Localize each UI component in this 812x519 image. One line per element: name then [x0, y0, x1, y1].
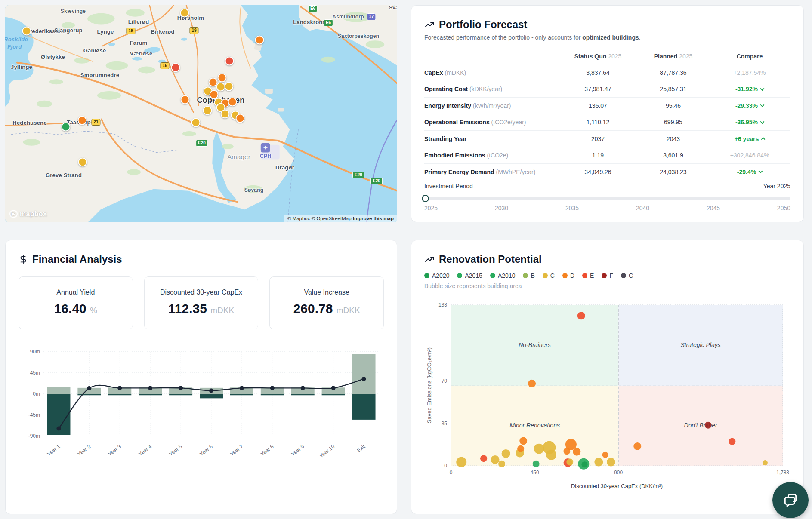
building-marker[interactable] — [203, 106, 212, 115]
legend-item-e[interactable]: E — [582, 272, 594, 279]
forecast-row[interactable]: Embodied Emissions (tCO2e)1.193,601.9+30… — [424, 147, 790, 164]
building-marker[interactable] — [78, 158, 87, 167]
building-marker[interactable] — [218, 74, 227, 83]
forecast-row[interactable]: Operating Cost (kDKK/year)37,981.4725,85… — [424, 81, 790, 98]
legend-dot-icon — [562, 273, 568, 278]
cashflow-bar-chart[interactable]: 90m45m0m-45m-90mYear 1Year 2Year 3Year 4… — [19, 346, 385, 470]
svg-text:-45m: -45m — [28, 412, 40, 418]
svg-text:Minor Renovations: Minor Renovations — [509, 422, 560, 429]
stat-card: Annual Yield16.40 % — [19, 276, 133, 329]
building-marker[interactable] — [255, 36, 264, 45]
svg-text:70: 70 — [442, 378, 448, 384]
trending-up-icon — [424, 19, 435, 30]
road-badge: E20 — [370, 178, 383, 184]
svg-text:-90m: -90m — [28, 433, 40, 439]
stat-card: Value Increase260.78 mDKK — [269, 276, 384, 329]
building-marker[interactable] — [221, 110, 230, 119]
map-panel[interactable]: SkævingeFrederikssundSlangerupLyngeLille… — [5, 5, 397, 222]
legend-item-b[interactable]: B — [523, 272, 534, 279]
legend-item-a2015[interactable]: A2015 — [457, 272, 482, 279]
portfolio-forecast-title: Portfolio Forecast — [424, 18, 790, 31]
slider-handle[interactable] — [422, 195, 429, 202]
building-marker[interactable] — [225, 57, 234, 66]
road-badge: E6 — [308, 5, 318, 12]
mapbox-logo[interactable]: ▶ mapbox — [9, 210, 47, 218]
mapbox-logo-icon: ▶ — [9, 210, 18, 218]
attrib-mapbox[interactable]: © Mapbox — [287, 216, 310, 221]
forecast-row[interactable]: Primary Energy Demand (MWhPE/year)34,049… — [424, 163, 790, 180]
svg-text:Discounted 30-year CapEx (DKK/: Discounted 30-year CapEx (DKK/m²) — [571, 483, 663, 489]
building-marker[interactable] — [171, 63, 180, 72]
forecast-row[interactable]: Stranding Year 20372043+6 years — [424, 130, 790, 147]
dollar-sign-icon — [19, 254, 28, 264]
svg-text:Saved Emissions (kgCO₂e/m²): Saved Emissions (kgCO₂e/m²) — [426, 347, 432, 423]
legend-item-a2020[interactable]: A2020 — [424, 272, 449, 279]
svg-text:0: 0 — [450, 470, 453, 476]
legend-dot-icon — [523, 273, 528, 278]
svg-text:Year 10: Year 10 — [318, 443, 336, 459]
chevron-down-icon — [760, 103, 765, 107]
legend-item-g[interactable]: G — [621, 272, 633, 279]
svg-text:35: 35 — [442, 421, 448, 427]
building-marker[interactable] — [22, 27, 31, 36]
legend-dot-icon — [582, 273, 587, 278]
forecast-row[interactable]: Operational Emissions (tCO2e/year)1,110.… — [424, 114, 790, 131]
building-marker[interactable] — [78, 116, 87, 125]
legend-dot-icon — [457, 273, 462, 278]
building-marker[interactable] — [216, 83, 225, 92]
slider-tick-label: 2050 — [777, 205, 790, 212]
legend-dot-icon — [490, 273, 495, 278]
slider-track[interactable] — [424, 197, 790, 200]
forecast-row[interactable]: Energy Intensity (kWh/m²/year)135.0795.4… — [424, 97, 790, 114]
financial-analysis-card: Financial Analysis Annual Yield16.40 %Di… — [5, 240, 397, 514]
svg-text:Year 2: Year 2 — [77, 443, 92, 457]
renovation-scatter-chart[interactable]: No-BrainersStrategic PlaysMinor Renovati… — [424, 294, 790, 496]
map-base-tiles — [5, 5, 397, 222]
slider-tick-label: 2045 — [707, 205, 720, 212]
slider-tick-label: 2030 — [495, 205, 508, 212]
chevron-down-icon — [760, 86, 765, 91]
building-marker[interactable] — [62, 123, 71, 132]
renovation-potential-title: Renovation Potential — [424, 253, 790, 265]
slider-tick-label: 2035 — [565, 205, 579, 212]
forecast-table-header: Status Quo 2025 Planned 2025 Compare — [424, 50, 790, 64]
chat-button[interactable] — [772, 482, 809, 518]
svg-text:Year 3: Year 3 — [107, 443, 122, 457]
building-marker[interactable] — [228, 98, 237, 107]
chevron-down-icon — [760, 120, 765, 124]
svg-text:No-Brainers: No-Brainers — [519, 341, 551, 348]
building-marker[interactable] — [191, 118, 201, 127]
improve-map-link[interactable]: Improve this map — [353, 216, 394, 221]
map-attribution[interactable]: © Mapbox © OpenStreetMap Improve this ma… — [284, 215, 397, 222]
forecast-row[interactable]: CapEx (mDKK)3,837.6487,787.36+2,187.54% — [424, 64, 790, 81]
building-marker[interactable] — [236, 114, 245, 123]
slider-ticks: 202520302035204020452050 — [424, 205, 790, 212]
forecast-table: Status Quo 2025 Planned 2025 Compare Cap… — [424, 50, 790, 180]
portfolio-subtitle: Forecasted performance of the portfolio … — [424, 34, 790, 41]
col-compare: Compare — [709, 53, 790, 60]
slider-value: Year 2025 — [763, 183, 790, 190]
building-marker[interactable] — [180, 9, 189, 18]
svg-text:Exit: Exit — [356, 443, 367, 454]
road-badge: 19 — [189, 27, 198, 34]
legend-item-a2010[interactable]: A2010 — [490, 272, 515, 279]
svg-text:90m: 90m — [30, 349, 40, 355]
legend-item-f[interactable]: F — [602, 272, 613, 279]
building-marker[interactable] — [181, 95, 190, 104]
portfolio-forecast-card: Portfolio Forecast Forecasted performanc… — [411, 5, 804, 222]
svg-text:Year 9: Year 9 — [290, 443, 306, 457]
svg-text:1,783: 1,783 — [776, 470, 789, 476]
slider-tick-label: 2025 — [424, 205, 438, 212]
slider-label: Investment Period — [424, 183, 473, 190]
chevron-up-icon — [761, 137, 766, 141]
col-status-quo: Status Quo 2025 — [558, 53, 638, 60]
attrib-osm[interactable]: © OpenStreetMap — [312, 216, 352, 221]
legend-dot-icon — [424, 273, 429, 278]
financial-analysis-title: Financial Analysis — [19, 253, 384, 265]
svg-text:Year 6: Year 6 — [198, 443, 214, 457]
legend-item-d[interactable]: D — [562, 272, 574, 279]
building-marker[interactable] — [225, 82, 234, 91]
legend-item-c[interactable]: C — [543, 272, 555, 279]
chat-icon — [782, 492, 799, 508]
renovation-potential-card: Renovation Potential A2020A2015A2010BCDE… — [411, 240, 804, 514]
